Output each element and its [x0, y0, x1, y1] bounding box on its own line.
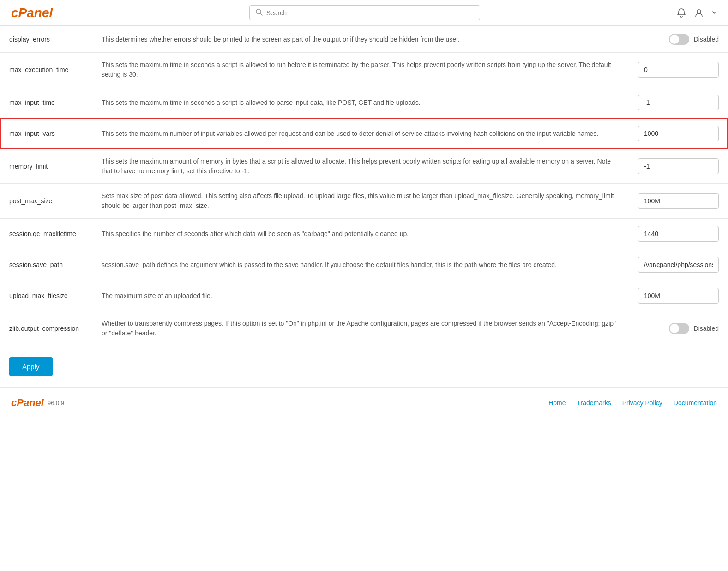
settings-row: session.save_pathsession.save_path defin… — [0, 249, 728, 280]
logo: cPanel — [11, 6, 53, 20]
setting-value-cell — [629, 219, 728, 249]
setting-description: Sets max size of post data allowed. This… — [92, 184, 629, 219]
footer-link[interactable]: Documentation — [674, 399, 717, 407]
toggle-switch[interactable] — [669, 323, 689, 334]
setting-description: session.save_path defines the argument w… — [92, 249, 629, 280]
settings-row: max_input_varsThis sets the maximum numb… — [0, 118, 728, 149]
toggle-switch[interactable] — [669, 34, 689, 45]
search-icon — [255, 8, 263, 17]
setting-description: The maximum size of an uploaded file. — [92, 280, 629, 311]
footer-links: HomeTrademarksPrivacy PolicyDocumentatio… — [548, 399, 717, 407]
toggle-wrapper: Disabled — [638, 34, 719, 45]
svg-line-1 — [260, 13, 262, 15]
setting-description: This sets the maximum number of input va… — [92, 118, 629, 149]
settings-row: max_input_timeThis sets the maximum time… — [0, 87, 728, 118]
setting-value-cell — [629, 184, 728, 219]
footer-link[interactable]: Home — [548, 399, 566, 407]
setting-name: max_execution_time — [0, 53, 92, 87]
svg-point-2 — [697, 10, 701, 13]
settings-row: memory_limitThis sets the maximum amount… — [0, 149, 728, 184]
setting-name: post_max_size — [0, 184, 92, 219]
footer-link[interactable]: Trademarks — [577, 399, 611, 407]
setting-value-cell — [629, 118, 728, 149]
footer: cPanel 96.0.9 HomeTrademarksPrivacy Poli… — [0, 387, 728, 418]
setting-name: display_errors — [0, 26, 92, 53]
setting-input[interactable] — [638, 226, 719, 242]
settings-row: max_execution_timeThis sets the maximum … — [0, 53, 728, 87]
setting-name: memory_limit — [0, 149, 92, 184]
toggle-slider — [669, 34, 689, 45]
app-header: cPanel — [0, 0, 728, 26]
setting-value-cell — [629, 280, 728, 311]
settings-table: display_errorsThis determines whether er… — [0, 26, 728, 346]
setting-input[interactable] — [638, 62, 719, 78]
setting-name: max_input_time — [0, 87, 92, 118]
toggle-label: Disabled — [694, 36, 719, 43]
logo-panel: Panel — [18, 6, 53, 20]
user-menu-button[interactable] — [694, 8, 704, 18]
settings-row: zlib.output_compressionWhether to transp… — [0, 311, 728, 346]
header-dropdown-button[interactable] — [711, 9, 717, 17]
setting-input[interactable] — [638, 126, 719, 141]
setting-description: This sets the maximum amount of memory i… — [92, 149, 629, 184]
setting-description: This sets the maximum time in seconds a … — [92, 53, 629, 87]
apply-button[interactable]: Apply — [9, 357, 53, 376]
settings-row: session.gc_maxlifetimeThis specifies the… — [0, 219, 728, 249]
setting-description: This determines whether errors should be… — [92, 26, 629, 53]
setting-description: This sets the maximum time in seconds a … — [92, 87, 629, 118]
setting-name: upload_max_filesize — [0, 280, 92, 311]
footer-version: 96.0.9 — [48, 400, 64, 407]
setting-input[interactable] — [638, 95, 719, 110]
search-input[interactable] — [266, 9, 474, 17]
footer-logo: cPanel 96.0.9 — [11, 397, 64, 409]
search-bar — [249, 5, 480, 20]
logo-c: c — [11, 6, 18, 20]
apply-section: Apply — [0, 346, 728, 387]
main-content: display_errorsThis determines whether er… — [0, 26, 728, 387]
toggle-label: Disabled — [694, 325, 719, 332]
setting-value-cell — [629, 53, 728, 87]
setting-input[interactable] — [638, 158, 719, 174]
setting-value-cell — [629, 249, 728, 280]
settings-row: display_errorsThis determines whether er… — [0, 26, 728, 53]
footer-link[interactable]: Privacy Policy — [622, 399, 662, 407]
search-container — [53, 5, 676, 20]
toggle-slider — [669, 323, 689, 334]
setting-name: max_input_vars — [0, 118, 92, 149]
setting-name: zlib.output_compression — [0, 311, 92, 346]
settings-row: upload_max_filesizeThe maximum size of a… — [0, 280, 728, 311]
setting-name: session.gc_maxlifetime — [0, 219, 92, 249]
setting-value-cell — [629, 87, 728, 118]
toggle-wrapper: Disabled — [638, 323, 719, 334]
setting-value-cell: Disabled — [629, 311, 728, 346]
setting-description: Whether to transparently compress pages.… — [92, 311, 629, 346]
logo-text: cPanel — [11, 6, 53, 20]
setting-input[interactable] — [638, 257, 719, 273]
setting-value-cell — [629, 149, 728, 184]
setting-value-cell: Disabled — [629, 26, 728, 53]
footer-logo-text: cPanel — [11, 397, 44, 409]
notifications-button[interactable] — [676, 8, 686, 18]
setting-description: This specifies the number of seconds aft… — [92, 219, 629, 249]
setting-input[interactable] — [638, 288, 719, 304]
setting-name: session.save_path — [0, 249, 92, 280]
header-icons — [676, 8, 717, 18]
setting-input[interactable] — [638, 193, 719, 209]
settings-row: post_max_sizeSets max size of post data … — [0, 184, 728, 219]
